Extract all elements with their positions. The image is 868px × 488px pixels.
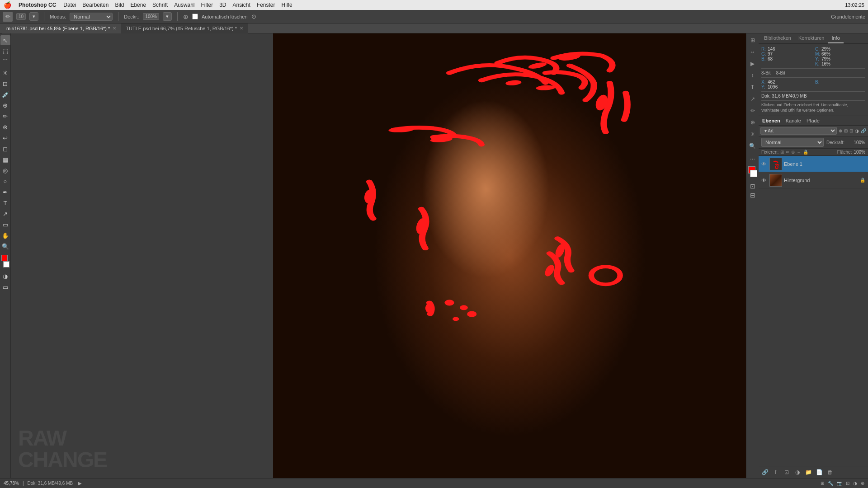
gradient-tool[interactable]: ▦ — [0, 155, 10, 164]
right-icon-2[interactable]: ↔ — [748, 47, 758, 57]
layer-mask-add-btn[interactable]: ⊡ — [782, 468, 791, 477]
magic-wand-tool[interactable]: ✳ — [0, 68, 10, 78]
layer-item-ebene1[interactable]: 👁 Ebene 1 — [759, 156, 868, 172]
blur-tool[interactable]: ◎ — [0, 165, 10, 175]
lock-artboard-icon[interactable]: ⊕ — [791, 150, 795, 155]
pen-tool[interactable]: ✒ — [0, 187, 10, 197]
right-icon-pencil[interactable]: ✏ — [748, 106, 758, 116]
link-layers-btn[interactable]: 🔗 — [760, 468, 769, 477]
tab-korrekturen[interactable]: Korrekturen — [795, 33, 828, 43]
new-layer-btn[interactable]: ⊕ — [839, 128, 842, 133]
layers-tab-pfade[interactable]: Pfade — [807, 118, 820, 123]
layer-link-btn[interactable]: 🔗 — [861, 128, 866, 133]
path-tool[interactable]: ↗ — [0, 209, 10, 219]
bottom-strip-icon-1[interactable]: ⊡ — [750, 183, 755, 190]
lasso-tool[interactable]: ⌒ — [0, 57, 10, 67]
right-icon-8[interactable]: ✳ — [748, 129, 758, 139]
right-icon-4[interactable]: ↕ — [748, 70, 758, 80]
layer-group-btn[interactable]: ⊞ — [844, 128, 848, 133]
layer-item-hintergrund[interactable]: 👁 Hintergrund 🔒 — [759, 172, 868, 188]
layer-eye-ebene1[interactable]: 👁 — [761, 161, 768, 167]
brush-size-value[interactable]: 10 — [16, 13, 26, 20]
deckr-value[interactable]: 100% — [143, 13, 159, 20]
status-info-btn[interactable]: ▶ — [78, 481, 82, 486]
tab-info[interactable]: Info — [828, 33, 843, 43]
lock-move-icon[interactable]: ↔ — [797, 150, 801, 155]
menu-ansicht[interactable]: Ansicht — [233, 2, 250, 8]
right-icon-3[interactable]: ▶ — [748, 59, 758, 69]
crop-tool[interactable]: ⊡ — [0, 79, 10, 89]
blend-mode-select[interactable]: Normal Multiplizieren Abwedeln — [761, 138, 824, 147]
tab-tutle[interactable]: TUTLE.psd bei 66,7% (#5 Retusche 1, RGB/… — [121, 23, 248, 33]
menu-fenster[interactable]: Fenster — [257, 2, 275, 8]
zoom-tool[interactable]: 🔍 — [0, 241, 10, 251]
tab-bibliotheken[interactable]: Bibliotheken — [760, 33, 795, 43]
status-icon-2[interactable]: 🔧 — [828, 481, 833, 486]
dodge-tool[interactable]: ○ — [0, 176, 10, 186]
menu-hilfe[interactable]: Hilfe — [282, 2, 292, 8]
brush-tool[interactable]: ✏ — [0, 111, 10, 121]
deckr-picker[interactable]: ▾ — [163, 12, 172, 21]
eraser-tool[interactable]: ◻ — [0, 144, 10, 154]
status-icon-6[interactable]: ⊕ — [861, 481, 864, 486]
bg-color-right[interactable] — [750, 170, 757, 177]
menu-bild[interactable]: Bild — [115, 2, 124, 8]
select-tool[interactable]: ⬚ — [0, 46, 10, 56]
status-icon-1[interactable]: ⊞ — [821, 481, 824, 486]
menu-auswahl[interactable]: Auswahl — [174, 2, 194, 8]
menu-schrift[interactable]: Schrift — [152, 2, 168, 8]
menu-datei[interactable]: Datei — [63, 2, 76, 8]
screen-mode-button[interactable]: ▭ — [0, 282, 10, 292]
lock-all-icon[interactable]: 🔒 — [803, 150, 808, 155]
tab-miri-close[interactable]: ✕ — [113, 26, 116, 31]
tab-miri[interactable]: miri16781.psd bei 45,8% (Ebene 1, RGB/16… — [2, 23, 121, 33]
background-color-swatch[interactable] — [3, 261, 9, 267]
layers-tab-kanaele[interactable]: Kanäle — [786, 118, 801, 123]
hand-tool[interactable]: ✋ — [0, 230, 10, 240]
text-tool[interactable]: T — [0, 198, 10, 208]
brush-tool-button[interactable]: ✏ — [3, 12, 13, 22]
quick-mask-tool[interactable]: ◑ — [0, 271, 10, 281]
modus-select[interactable]: Normal Multiplizieren Abwedeln — [70, 13, 113, 21]
canvas-image[interactable] — [273, 33, 746, 478]
right-icon-1[interactable]: ⊞ — [748, 35, 758, 45]
layers-tab-ebenen[interactable]: Ebenen — [762, 118, 780, 123]
menu-3d[interactable]: 3D — [219, 2, 226, 8]
right-icon-5[interactable]: T — [748, 82, 758, 92]
move-tool[interactable]: ↖ — [0, 35, 10, 45]
lock-position-icon[interactable]: ⊞ — [780, 150, 784, 155]
layer-eye-hintergrund[interactable]: 👁 — [761, 178, 768, 183]
apple-logo[interactable]: 🍎 — [4, 1, 11, 9]
tab-tutle-close[interactable]: ✕ — [240, 26, 243, 31]
auto-delete-checkbox[interactable] — [192, 14, 198, 19]
clone-tool[interactable]: ⊗ — [0, 122, 10, 132]
brush-picker-button[interactable]: ▾ — [29, 12, 38, 21]
right-icon-10[interactable]: … — [748, 153, 758, 163]
new-layer-add-btn[interactable]: 📄 — [815, 468, 824, 477]
lock-paint-icon[interactable]: ✏ — [786, 150, 789, 155]
heal-tool[interactable]: ⊕ — [0, 100, 10, 110]
canvas-area[interactable]: RAW CHANGE — [11, 33, 746, 478]
status-icon-3[interactable]: 📷 — [837, 481, 842, 486]
bottom-strip-icon-2[interactable]: ⊟ — [750, 192, 755, 199]
layer-style-btn[interactable]: f — [771, 468, 780, 477]
layer-type-filter[interactable]: ▾ Art — [760, 127, 837, 135]
menu-bearbeiten[interactable]: Bearbeiten — [82, 2, 108, 8]
layer-mask-btn[interactable]: ⊡ — [849, 128, 853, 133]
layer-adj-btn[interactable]: ◑ — [855, 128, 859, 133]
right-icon-9[interactable]: 🔍 — [748, 141, 758, 151]
status-icon-4[interactable]: ⊡ — [846, 481, 849, 486]
menu-filter[interactable]: Filter — [201, 2, 213, 8]
right-icon-7[interactable]: ⊕ — [748, 117, 758, 127]
history-brush-tool[interactable]: ↩ — [0, 133, 10, 143]
eyedropper-tool[interactable]: 💉 — [0, 89, 10, 99]
status-icon-5[interactable]: ◑ — [853, 481, 857, 486]
layer-group-add-btn[interactable]: 📁 — [804, 468, 813, 477]
shape-tool[interactable]: ▭ — [0, 220, 10, 230]
delete-layer-btn[interactable]: 🗑 — [826, 468, 835, 477]
foreground-color-swatch[interactable] — [1, 255, 8, 261]
menu-ebene[interactable]: Ebene — [130, 2, 146, 8]
right-icon-6[interactable]: ↗ — [748, 94, 758, 104]
adjustment-layer-btn[interactable]: ◑ — [793, 468, 802, 477]
separator-2 — [118, 12, 118, 21]
